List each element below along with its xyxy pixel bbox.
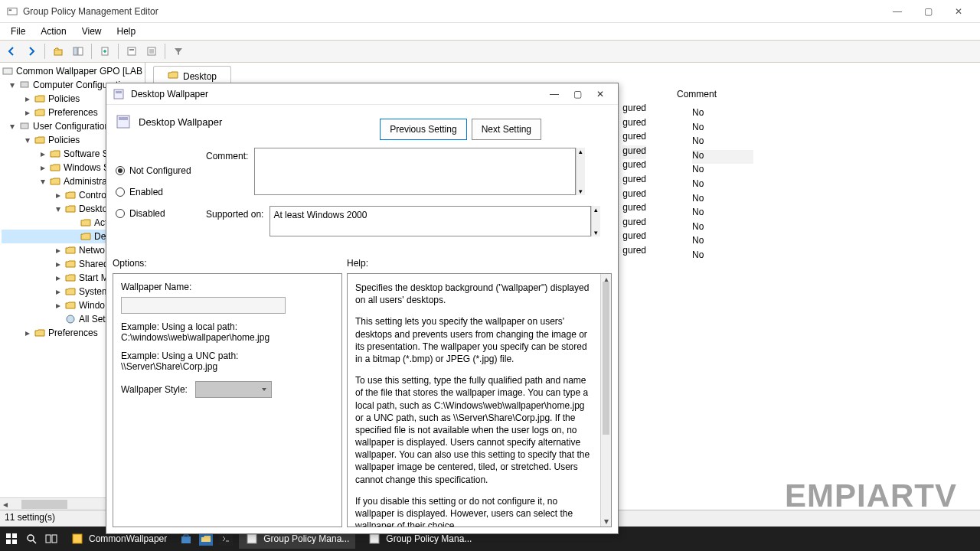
dialog-maximize-button[interactable]: ▢ bbox=[566, 86, 589, 103]
app-icon bbox=[6, 5, 18, 18]
example-local-1: Example: Using a local path: bbox=[121, 321, 334, 332]
toolbar bbox=[0, 40, 980, 63]
dialog-minimize-button[interactable]: — bbox=[543, 86, 566, 103]
folder-icon bbox=[168, 70, 178, 83]
help-panel: Specifies the desktop background ("wallp… bbox=[347, 273, 612, 527]
help-p4: If you disable this setting or do not co… bbox=[355, 495, 594, 527]
window-title: Group Policy Management Editor bbox=[23, 6, 158, 17]
example-unc-1: Example: Using a UNC path: bbox=[121, 350, 334, 361]
comment-column: Comment NoNoNo No NoNoNo NoNoNo No bbox=[646, 84, 799, 264]
svg-rect-2 bbox=[54, 50, 62, 55]
options-label: Options: bbox=[113, 256, 342, 270]
svg-rect-14 bbox=[12, 533, 17, 538]
supported-label: Supported on: bbox=[206, 206, 263, 220]
wallpaper-name-label: Wallpaper Name: bbox=[121, 282, 334, 292]
help-scrollbar[interactable]: ▴ ▾ bbox=[600, 274, 611, 527]
start-button[interactable] bbox=[5, 532, 18, 546]
svg-point-12 bbox=[67, 315, 74, 323]
menu-view[interactable]: View bbox=[74, 24, 109, 38]
svg-rect-1 bbox=[9, 9, 12, 11]
back-button[interactable] bbox=[3, 43, 20, 60]
example-local-2: C:\windows\web\wallpaper\home.jpg bbox=[121, 332, 334, 343]
help-label: Help: bbox=[347, 256, 612, 270]
show-hide-tree-button[interactable] bbox=[70, 43, 87, 60]
forward-button[interactable] bbox=[23, 43, 40, 60]
svg-rect-7 bbox=[129, 49, 134, 51]
radio-enabled[interactable]: Enabled bbox=[116, 181, 191, 203]
help-p3: To use this setting, type the fully qual… bbox=[355, 374, 594, 486]
menu-bar: File Action View Help bbox=[0, 23, 980, 40]
svg-rect-3 bbox=[74, 47, 77, 55]
comment-label: Comment: bbox=[206, 148, 248, 161]
help-p2: This setting lets you specify the wallpa… bbox=[355, 315, 594, 365]
options-panel: Wallpaper Name: Example: Using a local p… bbox=[113, 273, 342, 527]
example-unc-2: \\Server\Share\Corp.jpg bbox=[121, 361, 334, 372]
svg-rect-6 bbox=[128, 47, 136, 55]
dialog-titlebar: Desktop Wallpaper — ▢ ✕ bbox=[106, 83, 618, 105]
svg-rect-10 bbox=[21, 82, 28, 87]
dialog-title: Desktop Wallpaper bbox=[131, 89, 543, 99]
svg-rect-23 bbox=[370, 534, 379, 543]
window-titlebar: Group Policy Management Editor — ▢ ✕ bbox=[0, 0, 980, 23]
supported-scrollbar[interactable]: ▴▾ bbox=[591, 206, 600, 236]
maximize-button[interactable]: ▢ bbox=[913, 0, 943, 23]
wallpaper-style-label: Wallpaper Style: bbox=[121, 384, 188, 395]
svg-rect-11 bbox=[21, 123, 28, 129]
comment-scrollbar[interactable]: ▴▾ bbox=[576, 148, 585, 195]
svg-rect-20 bbox=[73, 534, 82, 543]
menu-help[interactable]: Help bbox=[109, 24, 144, 38]
svg-rect-4 bbox=[78, 47, 83, 55]
wallpaper-style-select[interactable] bbox=[195, 381, 272, 398]
svg-rect-16 bbox=[12, 540, 17, 544]
list-button[interactable] bbox=[143, 43, 160, 60]
status-text: 11 setting(s) bbox=[5, 512, 55, 523]
svg-point-17 bbox=[28, 535, 34, 541]
svg-rect-18 bbox=[46, 535, 51, 543]
task-view-icon[interactable] bbox=[44, 532, 58, 546]
menu-file[interactable]: File bbox=[3, 24, 33, 38]
minimize-button[interactable]: — bbox=[882, 0, 913, 23]
radio-disabled[interactable]: Disabled bbox=[116, 203, 191, 224]
next-setting-button[interactable]: Next Setting bbox=[472, 119, 541, 140]
comment-textarea[interactable] bbox=[254, 148, 576, 195]
properties-button[interactable] bbox=[123, 43, 140, 60]
setting-heading: Desktop Wallpaper bbox=[139, 116, 222, 128]
close-button[interactable]: ✕ bbox=[943, 0, 974, 23]
previous-setting-button[interactable]: Previous Setting bbox=[380, 119, 466, 140]
tree-root[interactable]: Common Wallpaper GPO [LAB bbox=[2, 64, 145, 78]
state-column: guredguredgured gured guredguredgured gu… bbox=[622, 103, 646, 259]
svg-rect-21 bbox=[181, 536, 191, 543]
up-button[interactable] bbox=[50, 43, 67, 60]
watermark: EMPIARTV bbox=[785, 478, 957, 514]
export-button[interactable] bbox=[96, 43, 113, 60]
svg-rect-13 bbox=[6, 533, 11, 538]
setting-dialog: Desktop Wallpaper — ▢ ✕ Desktop Wallpape… bbox=[106, 83, 619, 534]
wallpaper-name-input[interactable] bbox=[121, 297, 286, 314]
filter-button[interactable] bbox=[170, 43, 187, 60]
setting-icon bbox=[116, 114, 131, 129]
search-icon[interactable] bbox=[24, 532, 38, 546]
svg-rect-9 bbox=[3, 68, 12, 74]
svg-rect-24 bbox=[114, 90, 123, 99]
svg-rect-19 bbox=[52, 535, 57, 543]
help-p1: Specifies the desktop background ("wallp… bbox=[355, 282, 594, 306]
svg-rect-15 bbox=[6, 540, 11, 544]
svg-rect-25 bbox=[116, 91, 122, 93]
dialog-close-button[interactable]: ✕ bbox=[589, 86, 612, 103]
menu-action[interactable]: Action bbox=[33, 24, 74, 38]
supported-on-box: At least Windows 2000 bbox=[270, 206, 591, 236]
svg-rect-27 bbox=[119, 117, 128, 120]
tab-label: Desktop bbox=[183, 71, 217, 82]
comment-header: Comment bbox=[646, 84, 799, 104]
radio-not-configured[interactable]: Not Configured bbox=[116, 160, 191, 181]
svg-rect-22 bbox=[247, 534, 256, 543]
svg-rect-0 bbox=[8, 8, 17, 15]
dialog-icon bbox=[113, 88, 125, 100]
